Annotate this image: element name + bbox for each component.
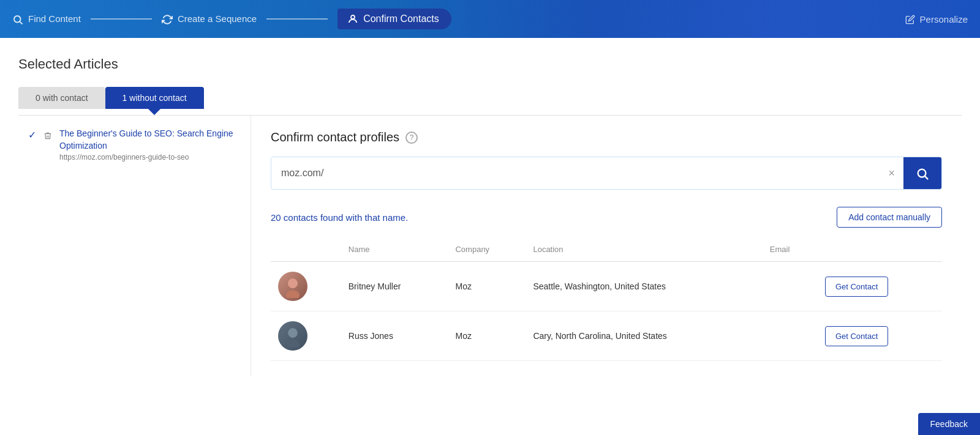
article-item: ✓ The Beginner's Guide to SEO: Search En… [28, 128, 241, 162]
user-icon [347, 13, 358, 25]
contact-action-cell: Get Contact [818, 262, 942, 311]
col-name: Name [341, 240, 448, 262]
content-layout: ✓ The Beginner's Guide to SEO: Search En… [18, 115, 962, 376]
edit-icon [905, 13, 915, 24]
search-button[interactable] [903, 157, 941, 189]
page-title: Selected Articles [18, 56, 962, 72]
personalize-label: Personalize [920, 14, 968, 24]
contact-location: Cary, North Carolina, United States [526, 311, 762, 361]
tab-with-contact[interactable]: 0 with contact [18, 87, 105, 109]
nav-step2-label: Create a Sequence [178, 13, 257, 24]
avatar [278, 272, 307, 301]
nav-step-find-content[interactable]: Find Content [12, 13, 81, 24]
nav-step-create-sequence[interactable]: Create a Sequence [162, 13, 257, 24]
avatar [278, 321, 307, 351]
svg-point-9 [286, 340, 300, 348]
contact-email [763, 262, 818, 311]
personalize-link[interactable]: Personalize [905, 13, 968, 24]
col-location: Location [526, 240, 762, 262]
nav-divider-1 [91, 18, 152, 20]
right-panel: Confirm contact profiles ? × 20 contacts… [251, 116, 962, 376]
refresh-icon [162, 13, 173, 24]
nav-step3-label: Confirm Contacts [363, 13, 439, 24]
search-button-icon [916, 166, 929, 180]
svg-point-10 [288, 329, 297, 337]
get-contact-button-1[interactable]: Get Contact [825, 277, 888, 297]
col-email: Email [763, 240, 818, 262]
contacts-table: Name Company Location Email [271, 240, 942, 361]
get-contact-button-2[interactable]: Get Contact [825, 326, 888, 346]
contact-name: Russ Jones [341, 311, 448, 361]
search-input[interactable] [271, 159, 880, 187]
col-company: Company [448, 240, 526, 262]
add-contact-manually-button[interactable]: Add contact manually [837, 207, 942, 228]
contacts-tbody: Britney Muller Moz Seattle, Washington, … [271, 262, 942, 361]
table-row: Russ Jones Moz Cary, North Carolina, Uni… [271, 311, 942, 361]
col-action [818, 240, 942, 262]
contact-company: Moz [448, 262, 526, 311]
nav-steps: Find Content Create a Sequence Confirm C… [12, 9, 905, 30]
help-icon[interactable]: ? [405, 132, 418, 144]
tab-without-contact[interactable]: 1 without contact [105, 87, 204, 109]
trash-icon[interactable] [43, 130, 52, 141]
contact-name: Britney Muller [341, 262, 448, 311]
svg-point-2 [351, 15, 355, 19]
panel-title: Confirm contact profiles [271, 130, 399, 144]
table-header: Name Company Location Email [271, 240, 942, 262]
svg-line-4 [925, 176, 928, 179]
contact-company: Moz [448, 311, 526, 361]
col-avatar [271, 240, 341, 262]
contact-location: Seattle, Washington, United States [526, 262, 762, 311]
article-info: The Beginner's Guide to SEO: Search Engi… [59, 128, 241, 162]
sidebar: ✓ The Beginner's Guide to SEO: Search En… [18, 116, 251, 376]
contacts-found-text: 20 contacts found with that name. [271, 212, 408, 223]
nav-step1-label: Find Content [28, 13, 81, 24]
table-row: Britney Muller Moz Seattle, Washington, … [271, 262, 942, 311]
svg-point-0 [14, 16, 21, 23]
search-icon [12, 13, 23, 24]
clear-icon[interactable]: × [880, 167, 903, 180]
search-bar: × [271, 157, 942, 190]
svg-point-6 [286, 290, 300, 298]
article-url: https://moz.com/beginners-guide-to-seo [59, 153, 241, 162]
nav-divider-2 [266, 18, 328, 20]
nav-step-confirm-contacts[interactable]: Confirm Contacts [337, 9, 451, 30]
contact-email [763, 311, 818, 361]
contact-action-cell: Get Contact [818, 311, 942, 361]
panel-title-row: Confirm contact profiles ? [271, 130, 942, 144]
feedback-button[interactable]: Feedback [918, 413, 980, 435]
tab-bar: 0 with contact 1 without contact [18, 87, 962, 109]
top-navigation: Find Content Create a Sequence Confirm C… [0, 0, 980, 38]
contacts-found-row: 20 contacts found with that name. Add co… [271, 207, 942, 228]
svg-line-1 [20, 21, 22, 24]
svg-point-3 [918, 169, 926, 177]
main-content: Selected Articles 0 with contact 1 witho… [0, 38, 980, 435]
contact-avatar-cell [271, 262, 341, 311]
svg-point-7 [288, 278, 298, 288]
checkmark-icon: ✓ [28, 129, 36, 141]
article-title[interactable]: The Beginner's Guide to SEO: Search Engi… [59, 128, 241, 152]
contact-avatar-cell [271, 311, 341, 361]
